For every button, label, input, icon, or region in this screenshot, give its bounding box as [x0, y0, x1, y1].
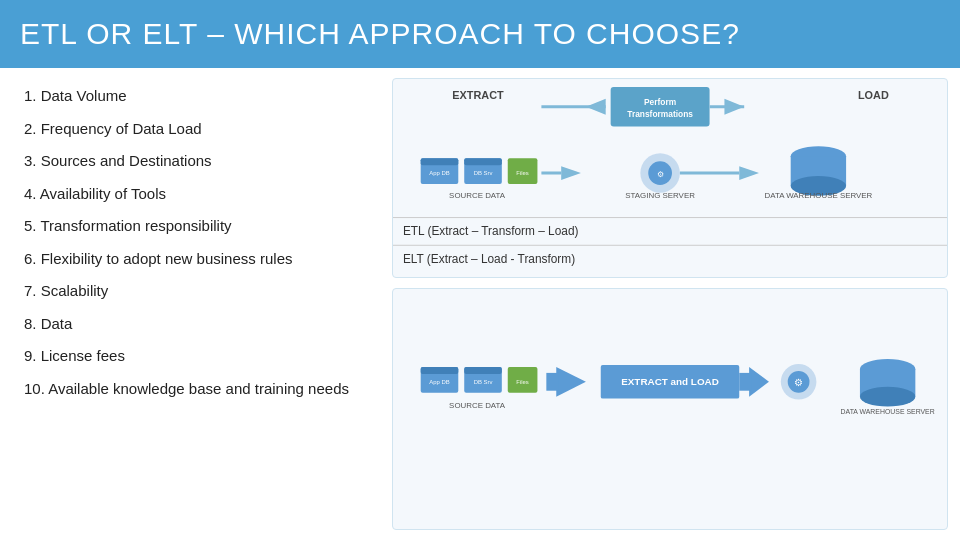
svg-text:App DB: App DB — [429, 379, 449, 385]
list-num-4: 4. — [24, 185, 40, 202]
page-title: ETL OR ELT – WHICH APPROACH TO CHOOSE? — [20, 17, 740, 51]
list-num-9: 9. — [24, 347, 41, 364]
left-panel: 1. Data Volume 2. Frequency of Data Load… — [0, 68, 380, 540]
list-num-2: 2. — [24, 120, 41, 137]
list-num-1: 1. — [24, 87, 41, 104]
etl-svg: EXTRACT LOAD Perform Transformations A — [393, 79, 947, 277]
list-num-10: 10. — [24, 380, 48, 397]
list-item-4: 4. Availability of Tools — [24, 184, 356, 204]
list-item-5: 5. Transformation responsibility — [24, 216, 356, 236]
svg-text:⚙: ⚙ — [794, 377, 803, 388]
svg-rect-13 — [464, 158, 502, 165]
svg-rect-48 — [739, 373, 751, 391]
list-text-7: Scalability — [41, 282, 109, 299]
elt-process-diagram: App DB DB Srv Files SOURCE DATA EXTRACT … — [392, 288, 948, 530]
header: ETL OR ELT – WHICH APPROACH TO CHOOSE? — [0, 0, 960, 68]
list-text-4: Availability of Tools — [40, 185, 166, 202]
list-item-10: 10. Available knowledge base and trainin… — [24, 379, 356, 399]
svg-text:SOURCE DATA: SOURCE DATA — [449, 402, 506, 411]
list-num-6: 6. — [24, 250, 41, 267]
right-panel: EXTRACT LOAD Perform Transformations A — [380, 68, 960, 540]
list-text-6: Flexibility to adopt new business rules — [41, 250, 293, 267]
list-item-7: 7. Scalability — [24, 281, 356, 301]
svg-text:EXTRACT: EXTRACT — [452, 89, 504, 101]
svg-marker-47 — [749, 367, 769, 397]
list-num-3: 3. — [24, 152, 41, 169]
list-text-8: Data — [41, 315, 73, 332]
svg-text:DATA WAREHOUSE SERVER: DATA WAREHOUSE SERVER — [841, 408, 935, 415]
svg-point-54 — [860, 387, 915, 407]
svg-text:Perform: Perform — [644, 97, 676, 107]
svg-text:DB Srv: DB Srv — [474, 170, 493, 176]
svg-text:Transformations: Transformations — [627, 109, 693, 119]
list-item-1: 1. Data Volume — [24, 86, 356, 106]
svg-text:STAGING SERVER: STAGING SERVER — [625, 191, 695, 200]
list-num-7: 7. — [24, 282, 41, 299]
list-text-9: License fees — [41, 347, 125, 364]
list-item-6: 6. Flexibility to adopt new business rul… — [24, 249, 356, 269]
svg-text:DATA WAREHOUSE SERVER: DATA WAREHOUSE SERVER — [765, 191, 873, 200]
svg-text:SOURCE DATA: SOURCE DATA — [449, 191, 506, 200]
list-text-2: Frequency of Data Load — [41, 120, 202, 137]
etl-process-diagram: EXTRACT LOAD Perform Transformations A — [392, 78, 948, 278]
svg-text:LOAD: LOAD — [858, 89, 889, 101]
svg-text:App DB: App DB — [429, 170, 449, 176]
svg-text:Files: Files — [516, 379, 529, 385]
list-item-8: 8. Data — [24, 314, 356, 334]
elt-svg: App DB DB Srv Files SOURCE DATA EXTRACT … — [393, 289, 947, 529]
list-item-2: 2. Frequency of Data Load — [24, 119, 356, 139]
svg-text:⚙: ⚙ — [657, 170, 664, 179]
svg-text:ETL (Extract – Transform – Loa: ETL (Extract – Transform – Load) — [403, 224, 579, 238]
svg-text:EXTRACT and LOAD: EXTRACT and LOAD — [621, 376, 719, 387]
list-text-10: Available knowledge base and training ne… — [48, 380, 349, 397]
svg-text:ELT (Extract – Load - Transfor: ELT (Extract – Load - Transform) — [403, 252, 575, 266]
list-text-5: Transformation responsibility — [40, 217, 231, 234]
svg-text:DB Srv: DB Srv — [474, 379, 493, 385]
list-item-9: 9. License fees — [24, 346, 356, 366]
svg-text:Files: Files — [516, 170, 529, 176]
list-item-3: 3. Sources and Destinations — [24, 151, 356, 171]
content-area: 1. Data Volume 2. Frequency of Data Load… — [0, 68, 960, 540]
svg-marker-43 — [556, 367, 586, 397]
svg-marker-22 — [561, 166, 581, 180]
list-text-3: Sources and Destinations — [41, 152, 212, 169]
svg-rect-10 — [421, 158, 459, 165]
svg-rect-44 — [546, 373, 558, 391]
list-text-1: Data Volume — [41, 87, 127, 104]
svg-rect-38 — [464, 367, 502, 374]
svg-rect-35 — [421, 367, 459, 374]
list-num-5: 5. — [24, 217, 40, 234]
svg-marker-24 — [739, 166, 759, 180]
list-num-8: 8. — [24, 315, 41, 332]
